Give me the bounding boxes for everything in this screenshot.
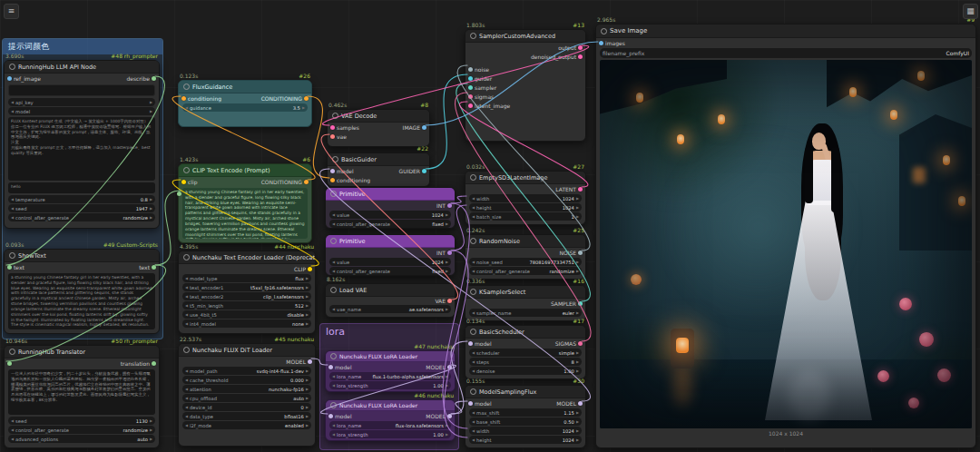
collapse-icon[interactable] <box>9 349 15 355</box>
widget-lora-name[interactable]: lora_nameflux.1-turbo-alpha.safetensors <box>329 372 451 380</box>
node-primitive-width[interactable]: Primitive INT value1024 control_after_ge… <box>325 187 456 229</box>
showtext-textarea[interactable]: a stunning young Chinese fantasy girl in… <box>8 273 155 329</box>
input-ref-image[interactable]: ref_image <box>7 75 41 82</box>
input-model[interactable]: model <box>468 340 492 347</box>
node-header[interactable]: RandomNoise <box>466 235 585 248</box>
widget-seed[interactable]: seed1130 <box>8 417 155 425</box>
widget-control-after-generate[interactable]: control_after_generaterandomize <box>8 213 155 221</box>
user-prompt-textarea[interactable]: hello <box>8 182 155 193</box>
node-runninghub-llm[interactable]: 3.690s#48 rh_prompter RunningHub LLM API… <box>4 60 160 229</box>
widget-model-path[interactable]: model_pathsvdq-int4-flux.1-dev <box>182 367 311 375</box>
output-model[interactable]: MODEL <box>426 364 452 370</box>
collapse-icon[interactable] <box>183 254 190 260</box>
translation-textarea[interactable]: 一位迷人的年轻中国奇幻少女，约二十岁出头，身材苗条优雅，拥有一头顺滑飘逸的乌黑长… <box>8 369 155 415</box>
input-model[interactable]: model <box>328 413 352 419</box>
collapse-icon[interactable] <box>183 167 190 173</box>
output-denoised-output[interactable]: denoised_output <box>531 54 583 60</box>
node-runninghub-translator[interactable]: 10.946s#50 rh_prompter RunningHub Transl… <box>4 345 160 448</box>
collapse-icon[interactable] <box>330 238 337 244</box>
widget-model-type[interactable]: model_typeflux <box>182 274 311 282</box>
group-title[interactable]: lora <box>320 324 458 339</box>
node-header[interactable]: BasicGuider <box>328 153 429 166</box>
node-vae-decode[interactable]: 0.462s#8 VAE Decode samples IMAGE vae <box>327 109 430 147</box>
widget-attention[interactable]: attentionnunchaku-fp16 <box>182 385 311 393</box>
widget-value[interactable]: value1024 <box>329 258 451 266</box>
node-header[interactable]: Nunchaku FLUX DiT Loader <box>179 344 315 357</box>
widget-model[interactable]: model <box>8 107 155 115</box>
output-clip[interactable]: CLIP <box>294 266 312 272</box>
input-vae[interactable]: vae <box>330 133 347 140</box>
node-nunchaku-text-encoder[interactable]: 4.395s#44 nunchaku Nunchaku Text Encoder… <box>178 251 316 334</box>
node-nunchaku-dit-loader[interactable]: 22.537s#45 nunchaku Nunchaku FLUX DiT Lo… <box>178 343 316 447</box>
output-sampler[interactable]: SAMPLER <box>551 300 583 307</box>
input-noise[interactable]: noise <box>468 66 489 73</box>
node-sampler-custom-advanced[interactable]: 1.803s#13 SamplerCustomAdvanced output d… <box>465 29 586 142</box>
output-conditioning[interactable]: CONDITIONING <box>261 179 309 185</box>
system-prompt-textarea[interactable]: FLUX Kontext prompt 生成（中文输入 → 英文输出 + 100… <box>8 117 155 181</box>
collapse-icon[interactable] <box>332 156 338 162</box>
widget-height[interactable]: height1024 <box>469 203 582 211</box>
input-text[interactable] <box>7 361 12 366</box>
widget-vae-name[interactable]: vae_nameae.safetensors <box>329 305 451 313</box>
widget-noise-seed[interactable]: noise_seed780816977334751 <box>469 258 582 266</box>
collapse-icon[interactable] <box>470 33 476 39</box>
collapse-icon[interactable] <box>183 347 190 353</box>
output-describe[interactable]: describe <box>126 75 156 82</box>
output-latent[interactable]: LATENT <box>555 186 583 192</box>
collapse-icon[interactable] <box>470 329 476 335</box>
node-basicguider[interactable]: #22 BasicGuider model GUIDER conditionin… <box>327 152 430 187</box>
output-translation[interactable]: translation <box>121 360 156 367</box>
widget-guidance[interactable]: guidance3.5 <box>182 103 308 112</box>
input-sampler[interactable]: sampler <box>468 84 496 91</box>
widget-sampler-name[interactable]: sampler_nameeuler <box>469 309 582 317</box>
widget-seed[interactable]: seed1947 <box>8 204 155 212</box>
input-sigmas[interactable]: sigmas <box>468 93 494 100</box>
node-header[interactable]: FluxGuidance <box>179 81 311 93</box>
input-images[interactable]: images <box>599 40 625 46</box>
output-sigmas[interactable]: SIGMAS <box>555 340 583 347</box>
widget-filename-prefix[interactable]: filename_prefixComfyUI <box>600 48 972 58</box>
output-image[interactable]: IMAGE <box>403 124 426 131</box>
node-random-noise[interactable]: 0.242s#25 RandomNoise NOISE noise_seed78… <box>465 234 586 280</box>
input-text[interactable] <box>177 192 181 196</box>
node-header[interactable]: VAE Decode <box>328 110 429 123</box>
node-clip-text-encode[interactable]: 1.423s#6 CLIP Text Encode (Prompt) clip … <box>178 163 312 243</box>
input-text[interactable]: text <box>7 264 24 270</box>
input-latent-image[interactable]: latent_image <box>468 103 510 109</box>
output-int[interactable]: INT <box>436 250 452 256</box>
input-samples[interactable]: samples <box>330 124 359 131</box>
node-editor-canvas[interactable]: ≡ ▦ 提示词颜色 lora 3.690s#48 rh_prompter Run… <box>0 0 980 452</box>
widget-t5-min-length[interactable]: t5_min_length512 <box>182 301 311 310</box>
node-header[interactable]: Nunchaku FLUX LoRA Loader <box>326 400 455 411</box>
node-lora-loader-1[interactable]: #47 nunchaku Nunchaku FLUX LoRA Loader m… <box>325 350 456 392</box>
widget-int4-model[interactable]: int4_modelnone <box>182 319 311 328</box>
widget-advanced-options[interactable]: advanced_optionsauto <box>8 435 155 443</box>
input-clip[interactable]: clip <box>181 179 197 185</box>
widget-control-after-generate[interactable]: control_after_generaterandomize <box>8 426 155 434</box>
node-header[interactable]: ShowText <box>5 250 159 262</box>
output-noise[interactable]: NOISE <box>559 250 583 256</box>
widget-batch-size[interactable]: batch_size1 <box>469 212 582 221</box>
collapse-icon[interactable] <box>330 353 337 359</box>
output-text[interactable]: text <box>139 264 156 270</box>
output-model[interactable]: MODEL <box>556 400 583 407</box>
widget-lora-strength[interactable]: lora_strength1.00 <box>329 381 451 389</box>
widget-i2f-mode[interactable]: i2f_modeenabled <box>182 421 311 429</box>
node-save-image[interactable]: 2.965s#9 Save Image images filename_pref… <box>595 24 976 448</box>
panel-toggle-icon[interactable]: ▦ <box>963 4 978 19</box>
collapse-icon[interactable] <box>330 402 337 408</box>
widget-scheduler[interactable]: schedulersimple <box>469 349 582 357</box>
widget-cpu-offload[interactable]: cpu_offloadauto <box>182 394 311 402</box>
widget-device-id[interactable]: device_id0 <box>182 403 311 411</box>
widget-steps[interactable]: steps8 <box>469 358 582 366</box>
widget-lora-name[interactable]: lora_nameflux-lora.safetensors <box>329 421 451 429</box>
output-vae[interactable]: VAE <box>435 298 452 304</box>
output-output[interactable]: output <box>558 44 583 51</box>
node-header[interactable]: Primitive <box>326 235 455 248</box>
output-guider[interactable]: GUIDER <box>399 168 426 174</box>
input-model[interactable]: model <box>328 364 352 370</box>
output-conditioning[interactable]: CONDITIONING <box>261 95 309 102</box>
node-header[interactable]: RunningHub LLM API Node <box>5 61 159 74</box>
collapse-icon[interactable] <box>9 252 15 259</box>
widget-api-key[interactable]: api_key <box>8 98 155 106</box>
